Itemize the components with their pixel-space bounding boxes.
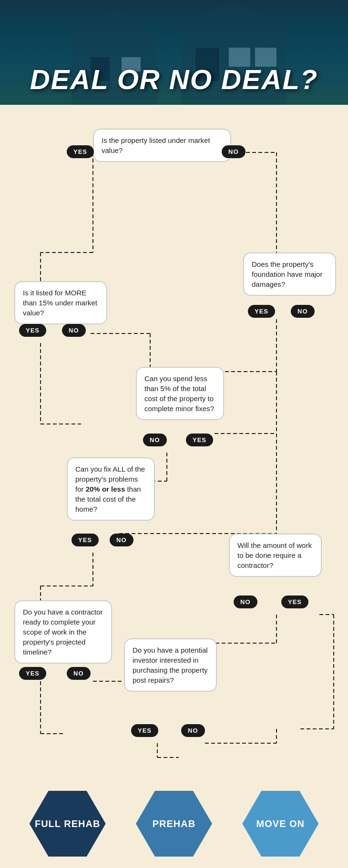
header: Deal or No Deal? [0,0,348,105]
q6-no-btn[interactable]: NO [234,595,257,608]
q4-yes-btn[interactable]: YES [186,434,213,446]
q4-no-btn[interactable]: NO [143,434,167,446]
question-2: Does the property's foundation have majo… [243,252,336,296]
q3-yes-btn[interactable]: YES [19,324,46,337]
q3-no-btn[interactable]: NO [62,324,86,337]
q1-yes-btn[interactable]: YES [67,145,94,158]
question-1: Is the property listed under market valu… [93,129,231,162]
svg-marker-1 [72,10,157,38]
page-title: Deal or No Deal? [30,63,318,95]
full-rehab-hex: Full Rehab [30,791,106,857]
q6-yes-btn[interactable]: YES [281,595,308,608]
question-3: Is it listed for MORE than 15% under mar… [14,281,107,324]
outcome-full-rehab: Full Rehab [30,791,106,857]
q2-yes-btn[interactable]: YES [248,305,275,318]
prehab-hex: Prehab [136,791,212,857]
question-6: Will the amount of work to be done requi… [229,534,322,577]
main-content: Is the property listed under market valu… [0,105,348,868]
question-4: Can you spend less than 5% of the total … [136,367,224,420]
outcomes-container: Full Rehab Prehab Move On [10,781,338,868]
move-on-hex: Move On [242,791,318,857]
q5-no-btn[interactable]: NO [110,534,133,546]
q2-no-btn[interactable]: NO [291,305,315,318]
flowchart: Is the property listed under market valu… [10,119,338,777]
question-7: Do you have a contractor ready to comple… [14,600,112,664]
q7-yes-btn[interactable]: YES [19,667,46,680]
q8-no-btn[interactable]: NO [181,724,205,737]
svg-marker-5 [176,0,291,29]
question-5: Can you fix ALL of the property's proble… [67,457,155,521]
q7-no-btn[interactable]: NO [67,667,91,680]
outcome-prehab: Prehab [136,791,212,857]
q8-yes-btn[interactable]: YES [131,724,158,737]
outcome-move-on: Move On [242,791,318,857]
question-8: Do you have a potential investor interes… [124,638,217,692]
q1-no-btn[interactable]: NO [222,145,246,158]
q5-yes-btn[interactable]: YES [72,534,99,546]
